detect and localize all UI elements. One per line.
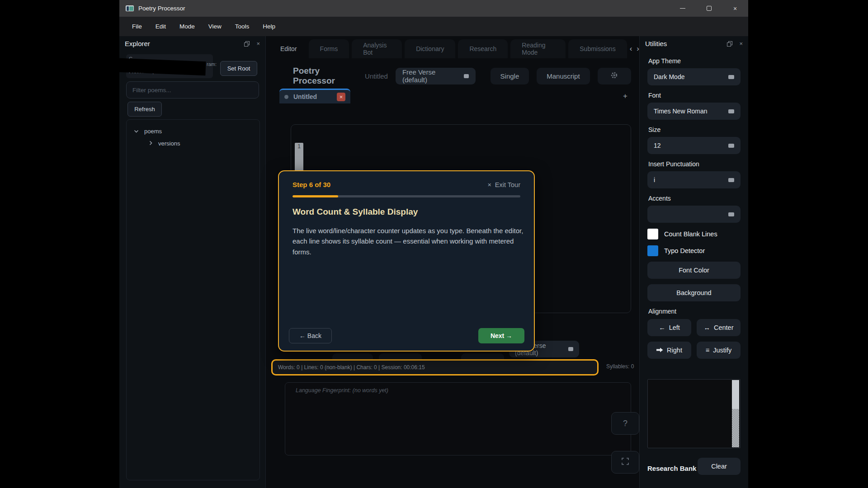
minimize-button[interactable]: [670, 0, 696, 17]
fingerprint-placeholder: Language Fingerprint: (no words yet): [296, 387, 388, 394]
form-select[interactable]: Free Verse (default): [396, 68, 476, 84]
size-label: Size: [648, 126, 740, 133]
tour-back-button[interactable]: ← Back: [289, 328, 332, 343]
alignment-label: Alignment: [648, 308, 740, 315]
app-theme-select[interactable]: Dark Mode: [647, 68, 741, 85]
language-fingerprint-panel: Language Fingerprint: (no words yet): [285, 382, 631, 455]
path-fragment-end: ram:: [207, 61, 217, 67]
explorer-panel: Explorer × C ram: Processor\profiles ( S…: [119, 36, 266, 488]
tour-progress-fill: [292, 195, 338, 197]
left-arrow-icon: ←: [659, 324, 665, 331]
minimize-icon: [680, 8, 685, 9]
tour-body-text: The live word/line/character counter upd…: [292, 225, 524, 257]
accents-select[interactable]: [647, 206, 741, 223]
tree-item-versions[interactable]: versions: [127, 137, 259, 150]
filter-poems-input[interactable]: [126, 81, 259, 99]
tree-item-label: versions: [158, 140, 180, 147]
maximize-button[interactable]: [696, 0, 722, 17]
font-color-button[interactable]: Font Color: [647, 262, 741, 279]
menu-help[interactable]: Help: [256, 17, 282, 36]
float-panel-icon[interactable]: [727, 41, 733, 47]
document-tab[interactable]: Untitled ×: [279, 89, 350, 103]
tree-item-label: poems: [144, 128, 162, 135]
tour-progress-bar: [292, 195, 520, 197]
tab-analysis-bot[interactable]: Analysis Bot: [352, 39, 402, 58]
expand-icon: [622, 458, 629, 467]
word-count-status: Words: 0 | Lines: 0 (non-blank) | Chars:…: [278, 364, 425, 371]
tab-submissions[interactable]: Submissions: [568, 39, 627, 58]
clear-button[interactable]: Clear: [698, 458, 741, 475]
typo-detector-checkbox[interactable]: [647, 245, 658, 256]
close-panel-icon[interactable]: ×: [739, 40, 743, 47]
window-title: Poetry Processor: [138, 5, 185, 12]
scrollbar-thumb[interactable]: [732, 380, 739, 409]
help-button[interactable]: ?: [611, 412, 639, 435]
tour-title: Word Count & Syllable Display: [292, 207, 520, 217]
single-mode-button[interactable]: Single: [491, 68, 529, 84]
float-panel-icon[interactable]: [244, 41, 250, 47]
close-tab-icon[interactable]: ×: [337, 93, 345, 101]
chevron-right-icon: [149, 140, 153, 147]
chevron-down-icon: [134, 128, 139, 135]
menu-edit[interactable]: Edit: [149, 17, 173, 36]
refresh-button[interactable]: Refresh: [127, 102, 162, 117]
insert-punctuation-select[interactable]: i: [647, 171, 741, 188]
typo-detector-row: Typo Detector: [647, 245, 741, 256]
tree-item-poems[interactable]: poems: [127, 125, 259, 137]
menu-file[interactable]: File: [125, 17, 149, 36]
tab-forms[interactable]: Forms: [309, 39, 349, 58]
tour-next-button[interactable]: Next →: [478, 328, 524, 343]
manuscript-mode-button[interactable]: Manuscript: [537, 68, 590, 84]
tab-research[interactable]: Research: [458, 39, 508, 58]
menu-tools[interactable]: Tools: [228, 17, 256, 36]
background-button[interactable]: Background: [647, 284, 741, 301]
close-icon: ×: [487, 181, 491, 188]
tab-dictionary[interactable]: Dictionary: [405, 39, 455, 58]
justify-lines-icon: ≡: [706, 347, 709, 354]
scrollbar-track: [732, 409, 739, 447]
count-blank-lines-checkbox[interactable]: [647, 229, 658, 239]
tab-scroll-left-icon[interactable]: ‹: [630, 44, 632, 53]
status-bar-highlight: Words: 0 | Lines: 0 (non-blank) | Chars:…: [271, 359, 599, 375]
syllables-count: Syllables: 0: [606, 363, 634, 370]
align-left-button[interactable]: ← Left: [647, 319, 691, 336]
tab-reading-mode[interactable]: Reading Mode: [510, 39, 566, 58]
app-theme-label: App Theme: [648, 57, 740, 65]
expand-button[interactable]: [611, 451, 639, 474]
exit-tour-button[interactable]: × Exit Tour: [487, 181, 520, 188]
accents-label: Accents: [648, 195, 740, 202]
alignment-buttons: ← Left ↔ Center Right ≡ Justify: [647, 319, 741, 359]
dropdown-indicator-icon: [464, 74, 469, 78]
align-justify-button[interactable]: ≡ Justify: [697, 342, 741, 359]
settings-button[interactable]: [598, 68, 631, 84]
dropdown-indicator-icon: [728, 75, 734, 79]
unsaved-dot-icon: [284, 95, 288, 99]
document-tab-label: Untitled: [293, 93, 332, 100]
align-center-button[interactable]: ↔ Center: [697, 319, 741, 336]
font-label: Font: [648, 92, 740, 99]
explorer-header: Explorer ×: [119, 36, 265, 51]
align-right-button[interactable]: Right: [647, 342, 691, 359]
utilities-header: Utilities ×: [640, 36, 748, 51]
dropdown-indicator-icon: [728, 144, 734, 148]
close-button[interactable]: ×: [722, 0, 748, 17]
size-select[interactable]: 12: [647, 137, 741, 154]
explorer-title: Explorer: [125, 40, 150, 47]
dropdown-indicator-icon: [728, 178, 734, 182]
tour-step-counter: Step 6 of 30: [292, 181, 330, 188]
set-root-button[interactable]: Set Root: [220, 61, 257, 76]
insert-punctuation-label: Insert Punctuation: [648, 160, 740, 168]
dropdown-indicator-icon: [728, 109, 734, 113]
count-blank-lines-row: Count Blank Lines: [647, 229, 741, 239]
tab-editor[interactable]: Editor: [271, 39, 306, 58]
app-window: Poetry Processor × File Edit Mode View T…: [119, 0, 748, 488]
dropdown-indicator-icon: [728, 212, 734, 216]
app-icon: [126, 5, 134, 11]
gear-icon: [610, 71, 618, 80]
new-tab-button[interactable]: +: [623, 92, 627, 101]
preview-scrollbar[interactable]: [732, 380, 739, 447]
menu-view[interactable]: View: [202, 17, 228, 36]
font-select[interactable]: Times New Roman: [647, 103, 741, 120]
close-panel-icon[interactable]: ×: [256, 40, 260, 47]
menu-mode[interactable]: Mode: [173, 17, 202, 36]
